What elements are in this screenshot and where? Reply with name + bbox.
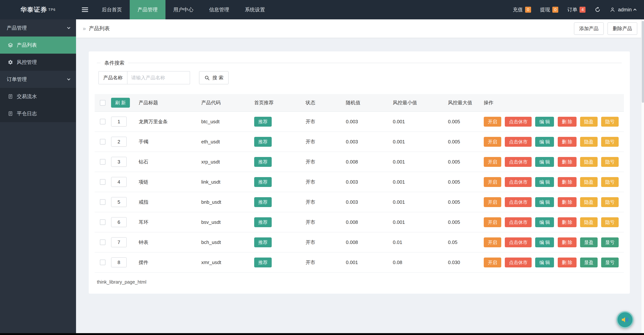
delete-product-button[interactable]: 删除产品 xyxy=(608,22,637,35)
refresh-table-button[interactable]: 刷 新 xyxy=(111,98,130,108)
close-market-button[interactable]: 点击休市 xyxy=(505,157,532,167)
profit-toggle-button[interactable]: 隐盈 xyxy=(580,157,598,167)
risk-max-value: 0.005 xyxy=(448,112,484,132)
row-checkbox[interactable] xyxy=(100,179,106,185)
profit-toggle-button[interactable]: 显盈 xyxy=(580,237,598,247)
nav-item-home[interactable]: 后台首页 xyxy=(94,0,130,19)
close-market-button[interactable]: 点击休市 xyxy=(505,217,532,227)
loss-toggle-button[interactable]: 隐亏 xyxy=(601,177,619,187)
refresh-icon[interactable] xyxy=(594,6,601,13)
close-market-button[interactable]: 点击休市 xyxy=(505,258,532,267)
sort-order-input[interactable] xyxy=(111,177,127,187)
profit-toggle-button[interactable]: 隐盈 xyxy=(580,137,598,147)
close-market-button[interactable]: 点击休市 xyxy=(505,237,532,247)
sort-order-input[interactable] xyxy=(111,237,127,247)
delete-button[interactable]: 删 除 xyxy=(558,217,576,227)
row-checkbox[interactable] xyxy=(100,260,106,265)
edit-button[interactable]: 编 辑 xyxy=(535,177,554,187)
edit-button[interactable]: 编 辑 xyxy=(535,217,554,227)
sidebar-item-risk-management[interactable]: 风控管理 xyxy=(0,54,76,71)
sidebar-item-product-list[interactable]: 产品列表 xyxy=(0,36,76,54)
sidebar-group-products[interactable]: 产品管理 xyxy=(0,19,76,36)
recommend-button[interactable]: 推荐 xyxy=(254,177,272,187)
loss-toggle-button[interactable]: 显亏 xyxy=(601,237,619,247)
open-button[interactable]: 开启 xyxy=(484,137,501,147)
open-button[interactable]: 开启 xyxy=(484,197,501,207)
sort-order-input[interactable] xyxy=(111,117,127,127)
recommend-button[interactable]: 推荐 xyxy=(254,258,272,267)
loss-toggle-button[interactable]: 隐亏 xyxy=(601,137,619,147)
edit-button[interactable]: 编 辑 xyxy=(535,137,554,147)
sort-order-input[interactable] xyxy=(111,257,127,267)
recommend-button[interactable]: 推荐 xyxy=(254,117,272,127)
support-widget-button[interactable] xyxy=(616,311,634,328)
open-button[interactable]: 开启 xyxy=(484,177,501,187)
open-button[interactable]: 开启 xyxy=(484,217,501,227)
orders-link[interactable]: 订单 4 xyxy=(567,6,586,13)
delete-button[interactable]: 删 除 xyxy=(558,197,576,207)
sidebar-group-orders[interactable]: 订单管理 xyxy=(0,71,76,88)
open-button[interactable]: 开启 xyxy=(484,258,501,267)
recommend-button[interactable]: 推荐 xyxy=(254,197,272,207)
sort-order-input[interactable] xyxy=(111,137,127,147)
recommend-button[interactable]: 推荐 xyxy=(254,217,272,227)
close-market-button[interactable]: 点击休市 xyxy=(505,197,532,207)
sort-order-input[interactable] xyxy=(111,217,127,227)
delete-button[interactable]: 删 除 xyxy=(558,157,576,167)
select-all-checkbox[interactable] xyxy=(100,100,106,106)
profit-toggle-button[interactable]: 隐盈 xyxy=(580,217,598,227)
edit-button[interactable]: 编 辑 xyxy=(535,157,554,167)
profit-toggle-button[interactable]: 隐盈 xyxy=(580,117,598,127)
row-checkbox[interactable] xyxy=(100,199,106,205)
sort-order-input[interactable] xyxy=(111,197,127,207)
recommend-button[interactable]: 推荐 xyxy=(254,137,272,147)
withdraw-link[interactable]: 提现 0 xyxy=(540,6,558,13)
recommend-button[interactable]: 推荐 xyxy=(254,157,272,167)
row-checkbox[interactable] xyxy=(100,119,106,124)
loss-toggle-button[interactable]: 隐亏 xyxy=(601,217,619,227)
nav-item-user-center[interactable]: 用户中心 xyxy=(166,0,201,19)
loss-toggle-button[interactable]: 隐亏 xyxy=(601,157,619,167)
profit-toggle-button[interactable]: 隐盈 xyxy=(580,197,598,207)
nav-item-product-management[interactable]: 产品管理 xyxy=(130,0,166,19)
add-product-button[interactable]: 添加产品 xyxy=(574,22,604,35)
nav-item-system-settings[interactable]: 系统设置 xyxy=(237,0,273,19)
edit-button[interactable]: 编 辑 xyxy=(535,258,554,267)
sort-order-input[interactable] xyxy=(111,157,127,167)
close-market-button[interactable]: 点击休市 xyxy=(505,137,532,147)
table-row: 项链 link_usdt 推荐 开市 0.003 0.001 0.005 开启 … xyxy=(95,172,624,192)
sidebar-item-close-position-log[interactable]: 平仓日志 xyxy=(0,105,76,122)
delete-button[interactable]: 删 除 xyxy=(558,177,576,187)
delete-button[interactable]: 删 除 xyxy=(558,137,576,147)
user-menu[interactable]: admin xyxy=(610,7,636,13)
scrollbar[interactable] xyxy=(641,19,644,333)
recharge-link[interactable]: 充值 0 xyxy=(513,6,531,13)
delete-button[interactable]: 删 除 xyxy=(558,258,576,267)
loss-toggle-button[interactable]: 显亏 xyxy=(601,258,619,267)
open-button[interactable]: 开启 xyxy=(484,117,501,127)
row-checkbox[interactable] xyxy=(100,240,106,245)
open-button[interactable]: 开启 xyxy=(484,157,501,167)
sidebar-item-transaction-flow[interactable]: 交易流水 xyxy=(0,88,76,105)
row-checkbox[interactable] xyxy=(100,139,106,144)
recommend-button[interactable]: 推荐 xyxy=(254,237,272,247)
scrollbar-thumb[interactable] xyxy=(642,21,644,103)
search-button[interactable]: 搜 索 xyxy=(199,71,229,84)
product-name-input[interactable] xyxy=(128,71,190,84)
nav-item-info-management[interactable]: 信息管理 xyxy=(201,0,237,19)
profit-toggle-button[interactable]: 显盈 xyxy=(580,258,598,267)
delete-button[interactable]: 删 除 xyxy=(558,237,576,247)
loss-toggle-button[interactable]: 隐亏 xyxy=(601,197,619,207)
row-checkbox[interactable] xyxy=(100,219,106,225)
edit-button[interactable]: 编 辑 xyxy=(535,237,554,247)
close-market-button[interactable]: 点击休市 xyxy=(505,117,532,127)
edit-button[interactable]: 编 辑 xyxy=(535,197,554,207)
hamburger-menu-icon[interactable] xyxy=(76,0,94,19)
open-button[interactable]: 开启 xyxy=(484,237,501,247)
loss-toggle-button[interactable]: 隐亏 xyxy=(601,117,619,127)
delete-button[interactable]: 删 除 xyxy=(558,117,576,127)
row-checkbox[interactable] xyxy=(100,159,106,165)
edit-button[interactable]: 编 辑 xyxy=(535,117,554,127)
profit-toggle-button[interactable]: 隐盈 xyxy=(580,177,598,187)
close-market-button[interactable]: 点击休市 xyxy=(505,177,532,187)
